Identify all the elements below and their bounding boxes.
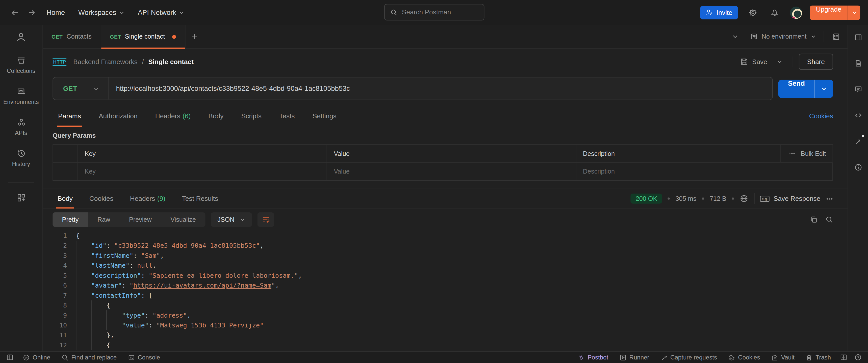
invite-button[interactable]: Invite — [700, 6, 738, 19]
send-button[interactable]: Send — [779, 79, 833, 98]
comment-icon[interactable] — [851, 82, 865, 96]
console-button[interactable]: Console — [124, 352, 164, 363]
user-avatar[interactable] — [790, 6, 802, 19]
param-value-input[interactable] — [334, 168, 569, 175]
save-options-chevron-icon[interactable] — [773, 55, 787, 69]
line-number: 7 — [53, 290, 67, 300]
environment-selector[interactable]: No environment — [747, 31, 819, 43]
param-description-cell[interactable] — [576, 163, 832, 180]
search-input[interactable] — [402, 8, 468, 16]
tab-authorization[interactable]: Authorization — [93, 106, 143, 127]
panel-layout-icon[interactable] — [838, 353, 849, 362]
nav-left: Home Workspaces API Network — [8, 5, 190, 20]
view-visualize[interactable]: Visualize — [161, 212, 205, 227]
search-response-icon[interactable] — [825, 216, 833, 224]
status-badge[interactable]: 200 OK — [631, 194, 662, 203]
sidebar-item-history[interactable]: History — [2, 149, 40, 168]
upgrade-chevron-icon[interactable] — [848, 5, 860, 20]
notifications-bell-icon[interactable] — [768, 5, 782, 20]
view-preview[interactable]: Preview — [120, 212, 161, 227]
tab-scripts[interactable]: Scripts — [236, 106, 267, 127]
tab-headers[interactable]: Headers(6) — [150, 106, 196, 127]
param-description-input[interactable] — [583, 168, 825, 175]
param-value-cell[interactable] — [327, 163, 577, 180]
param-key-input[interactable] — [85, 168, 320, 175]
find-and-replace-button[interactable]: Find and replace — [58, 352, 121, 363]
response-tab-body[interactable]: Body — [53, 189, 78, 208]
param-key-cell[interactable] — [78, 163, 327, 180]
environment-quick-look-icon[interactable] — [829, 29, 843, 44]
tab-tests[interactable]: Tests — [274, 106, 300, 127]
sidebar-item-apis[interactable]: APIs — [2, 118, 40, 137]
response-size[interactable]: 712 B — [710, 195, 726, 202]
copy-icon[interactable] — [810, 216, 818, 224]
response-body-json[interactable]: 1{2"id": "c33b9522-48e5-4dbd-90a4-1ac810… — [43, 227, 847, 351]
nav-workspaces[interactable]: Workspaces — [73, 6, 130, 19]
tab-body[interactable]: Body — [203, 106, 229, 127]
sidebar-item-collections[interactable]: Collections — [2, 56, 40, 75]
chevron-down-icon — [179, 9, 185, 15]
line-number: 6 — [53, 280, 67, 290]
documentation-icon[interactable] — [851, 56, 865, 70]
upgrade-button[interactable]: Upgrade — [810, 5, 861, 20]
new-tab-button[interactable] — [185, 25, 204, 48]
info-icon[interactable] — [851, 160, 865, 174]
format-selector[interactable]: JSON — [211, 212, 252, 227]
nav-api-network-label: API Network — [138, 8, 176, 16]
tab-list-chevron-icon[interactable] — [728, 29, 742, 44]
trash-button[interactable]: Trash — [802, 354, 835, 361]
more-options-icon[interactable] — [788, 150, 795, 157]
network-globe-icon[interactable] — [740, 194, 748, 203]
sidebar-user-section[interactable] — [0, 25, 42, 49]
send-options-chevron-icon[interactable] — [815, 79, 833, 98]
line-number: 12 — [53, 340, 67, 350]
column-label: Value — [334, 150, 350, 157]
response-tab-test-results[interactable]: Test Results — [177, 189, 223, 208]
forward-arrow-icon[interactable] — [24, 5, 39, 20]
nav-api-network[interactable]: API Network — [132, 6, 190, 19]
line-number: 8 — [53, 300, 67, 310]
back-arrow-icon[interactable] — [8, 5, 22, 20]
breadcrumb-collection[interactable]: Backend Frameworks — [73, 58, 137, 66]
help-icon[interactable] — [852, 353, 864, 362]
tab-contacts[interactable]: GET Contacts — [43, 25, 101, 48]
save-response-label: Save Response — [774, 195, 820, 203]
postbot-button[interactable]: Postbot — [574, 354, 612, 361]
tab-single-contact[interactable]: GET Single contact — [101, 25, 185, 48]
breadcrumb-request-name[interactable]: Single contact — [148, 58, 194, 66]
divider — [793, 56, 793, 67]
response-time[interactable]: 305 ms — [676, 195, 696, 202]
online-status[interactable]: Online — [19, 352, 54, 363]
toggle-sidebar-icon[interactable] — [4, 353, 16, 362]
global-search[interactable] — [384, 4, 485, 21]
view-pretty[interactable]: Pretty — [53, 212, 88, 227]
sidebar-item-environments[interactable]: Environments — [2, 87, 40, 106]
share-button[interactable]: Share — [799, 54, 833, 70]
cookies-button[interactable]: Cookies — [724, 354, 764, 361]
more-options-icon[interactable] — [826, 195, 833, 202]
method-selector[interactable]: GET — [53, 77, 107, 100]
runner-button[interactable]: Runner — [616, 354, 653, 361]
view-raw[interactable]: Raw — [88, 212, 120, 227]
sidebar-item-label: Environments — [3, 98, 39, 105]
response-tab-cookies[interactable]: Cookies — [84, 189, 118, 208]
layout-icon[interactable] — [851, 30, 865, 44]
tab-settings[interactable]: Settings — [307, 106, 342, 127]
url-input[interactable] — [108, 85, 773, 92]
nav-home[interactable]: Home — [41, 6, 70, 19]
save-response-button[interactable]: e.g. Save Response — [760, 195, 820, 203]
cookie-icon — [728, 354, 736, 361]
cookies-link[interactable]: Cookies — [809, 112, 833, 120]
tab-params[interactable]: Params — [53, 106, 87, 127]
save-button[interactable]: Save — [740, 58, 767, 66]
code-snippet-icon[interactable] — [851, 108, 865, 122]
capture-requests-button[interactable]: Capture requests — [656, 354, 721, 361]
wrap-lines-button[interactable] — [258, 212, 274, 227]
bulk-edit-button[interactable]: Bulk Edit — [801, 150, 826, 157]
related-requests-icon[interactable] — [851, 134, 865, 148]
tab-label: Headers — [155, 112, 180, 120]
configure-sidebar-icon[interactable] — [14, 190, 28, 205]
vault-button[interactable]: Vault — [767, 354, 798, 361]
settings-gear-icon[interactable] — [746, 5, 760, 20]
response-tab-headers[interactable]: Headers(9) — [125, 189, 170, 208]
